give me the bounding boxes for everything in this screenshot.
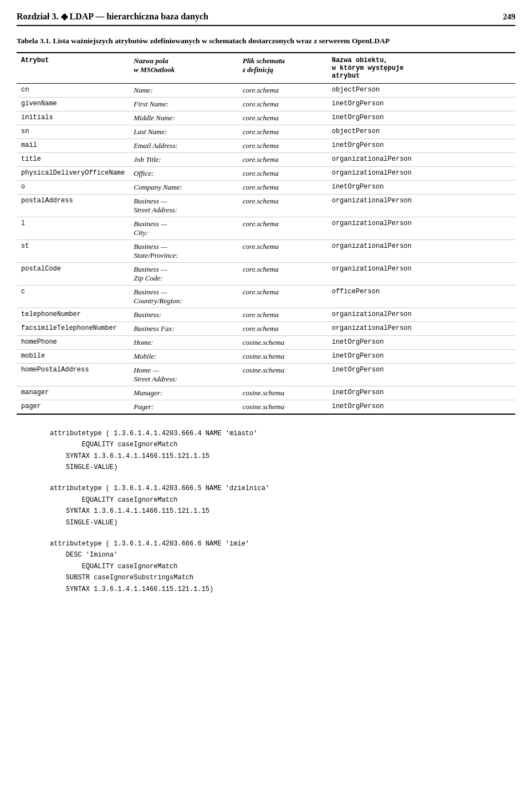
table-row: physicalDeliveryOfficeNameOffice:core.sc… xyxy=(17,166,515,180)
cell-schema: cosine.schema xyxy=(238,363,328,386)
cell-object: inetOrgPerson xyxy=(328,111,515,125)
col-header-object: Nazwa obiektu,w którym występujeatrybut xyxy=(328,53,515,84)
cell-msoutlook: Last Name: xyxy=(129,125,238,139)
cell-object: inetOrgPerson xyxy=(328,139,515,152)
cell-schema: core.schema xyxy=(238,308,328,322)
cell-object: inetOrgPerson xyxy=(328,349,515,363)
cell-object: organizationalPerson xyxy=(328,194,515,217)
cell-msoutlook: Email Address: xyxy=(129,139,238,152)
table-row: facsimileTelephoneNumberBusiness Fax:cor… xyxy=(17,322,515,335)
cell-object: organizationalPerson xyxy=(328,239,515,262)
cell-attr: manager xyxy=(17,386,129,400)
table-row: lBusiness —City:core.schemaorganizationa… xyxy=(17,217,515,239)
table-row: cnName:core.schemaobjectPerson xyxy=(17,83,515,97)
cell-msoutlook: Company Name: xyxy=(129,180,238,194)
cell-object: objectPerson xyxy=(328,83,515,97)
cell-msoutlook: Home: xyxy=(129,335,238,349)
cell-attr: mobile xyxy=(17,349,129,363)
col-header-schema: Plik schematuz definicją xyxy=(238,53,328,84)
table-caption: Tabela 3.1. Lista ważniejszych atrybutów… xyxy=(17,36,515,47)
cell-object: organizationalPerson xyxy=(328,322,515,335)
cell-object: inetOrgPerson xyxy=(328,386,515,400)
cell-object: inetOrgPerson xyxy=(328,97,515,111)
code-section-3: attributetype ( 1.3.6.1.4.1.4203.666.6 N… xyxy=(17,538,515,595)
cell-attr: mail xyxy=(17,139,129,152)
table-row: titleJob Title:core.schemaorganizational… xyxy=(17,152,515,166)
cell-msoutlook: Manager: xyxy=(129,386,238,400)
table-row: oCompany Name:core.schemainetOrgPerson xyxy=(17,180,515,194)
table-row: homePostalAddressHome —Street Address:co… xyxy=(17,363,515,386)
cell-attr: pager xyxy=(17,400,129,414)
cell-object: organizationalPerson xyxy=(328,308,515,322)
cell-object: organizationalPerson xyxy=(328,152,515,166)
table-row: snLast Name:core.schemaobjectPerson xyxy=(17,125,515,139)
table-row: givenNameFirst Name:core.schemainetOrgPe… xyxy=(17,97,515,111)
col-header-msoutlook: Nazwa polaw MSOutlook xyxy=(129,53,238,84)
page-number: 249 xyxy=(503,12,516,22)
cell-object: inetOrgPerson xyxy=(328,363,515,386)
cell-msoutlook: Office: xyxy=(129,166,238,180)
cell-schema: core.schema xyxy=(238,239,328,262)
cell-attr: st xyxy=(17,239,129,262)
cell-schema: core.schema xyxy=(238,166,328,180)
cell-msoutlook: Business —Country/Region: xyxy=(129,285,238,308)
cell-attr: physicalDeliveryOfficeName xyxy=(17,166,129,180)
cell-msoutlook: Business —City: xyxy=(129,217,238,239)
table-row: initialsMiddle Name:core.schemainetOrgPe… xyxy=(17,111,515,125)
table-row: postalAddressBusiness —Street Address:co… xyxy=(17,194,515,217)
cell-schema: cosine.schema xyxy=(238,400,328,414)
cell-schema: core.schema xyxy=(238,194,328,217)
code-section-2: attributetype ( 1.3.6.1.4.1.4203.666.5 N… xyxy=(17,483,515,528)
col-header-attr: Atrybut xyxy=(17,53,129,84)
cell-attr: postalAddress xyxy=(17,194,129,217)
cell-msoutlook: Middle Name: xyxy=(129,111,238,125)
chapter-header: Rozdział 3. ◆ LDAP — hierarchiczna baza … xyxy=(17,11,515,26)
table-header-row: Atrybut Nazwa polaw MSOutlook Plik schem… xyxy=(17,53,515,84)
cell-attr: facsimileTelephoneNumber xyxy=(17,322,129,335)
table-row: homePhoneHome:cosine.schemainetOrgPerson xyxy=(17,335,515,349)
cell-schema: core.schema xyxy=(238,139,328,152)
cell-msoutlook: Business —State/Province: xyxy=(129,239,238,262)
cell-object: organizationalPerson xyxy=(328,166,515,180)
attributes-table: Atrybut Nazwa polaw MSOutlook Plik schem… xyxy=(17,52,515,415)
table-row: telephoneNumberBusiness:core.schemaorgan… xyxy=(17,308,515,322)
table-row: pagerPager:cosine.schemainetOrgPerson xyxy=(17,400,515,414)
cell-attr: cn xyxy=(17,83,129,97)
cell-msoutlook: Business: xyxy=(129,308,238,322)
cell-msoutlook: Business —Zip Code: xyxy=(129,262,238,285)
code-block-2: attributetype ( 1.3.6.1.4.1.4203.666.5 N… xyxy=(50,483,515,528)
cell-attr: givenName xyxy=(17,97,129,111)
cell-attr: c xyxy=(17,285,129,308)
code-section-1: attributetype ( 1.3.6.1.4.1.4203.666.4 N… xyxy=(17,428,515,473)
cell-msoutlook: Business —Street Address: xyxy=(129,194,238,217)
cell-schema: core.schema xyxy=(238,83,328,97)
cell-attr: postalCode xyxy=(17,262,129,285)
cell-object: organizationalPerson xyxy=(328,262,515,285)
cell-msoutlook: Job Title: xyxy=(129,152,238,166)
chapter-title: Rozdział 3. ◆ LDAP — hierarchiczna baza … xyxy=(17,11,208,22)
cell-schema: core.schema xyxy=(238,262,328,285)
cell-attr: homePhone xyxy=(17,335,129,349)
cell-schema: core.schema xyxy=(238,322,328,335)
cell-object: objectPerson xyxy=(328,125,515,139)
cell-msoutlook: Pager: xyxy=(129,400,238,414)
cell-schema: cosine.schema xyxy=(238,386,328,400)
cell-attr: o xyxy=(17,180,129,194)
cell-object: organizationalPerson xyxy=(328,217,515,239)
table-row: cBusiness —Country/Region:core.schemaoff… xyxy=(17,285,515,308)
table-caption-text: Tabela 3.1. Lista ważniejszych atrybutów… xyxy=(17,37,390,45)
table-row: postalCodeBusiness —Zip Code:core.schema… xyxy=(17,262,515,285)
cell-msoutlook: Home —Street Address: xyxy=(129,363,238,386)
cell-attr: telephoneNumber xyxy=(17,308,129,322)
cell-schema: core.schema xyxy=(238,111,328,125)
cell-object: inetOrgPerson xyxy=(328,180,515,194)
cell-object: inetOrgPerson xyxy=(328,400,515,414)
cell-msoutlook: Business Fax: xyxy=(129,322,238,335)
cell-schema: core.schema xyxy=(238,217,328,239)
code-block-3: attributetype ( 1.3.6.1.4.1.4203.666.6 N… xyxy=(50,538,515,595)
cell-attr: homePostalAddress xyxy=(17,363,129,386)
cell-schema: cosine.schema xyxy=(238,335,328,349)
cell-schema: core.schema xyxy=(238,97,328,111)
cell-msoutlook: Name: xyxy=(129,83,238,97)
cell-schema: core.schema xyxy=(238,180,328,194)
